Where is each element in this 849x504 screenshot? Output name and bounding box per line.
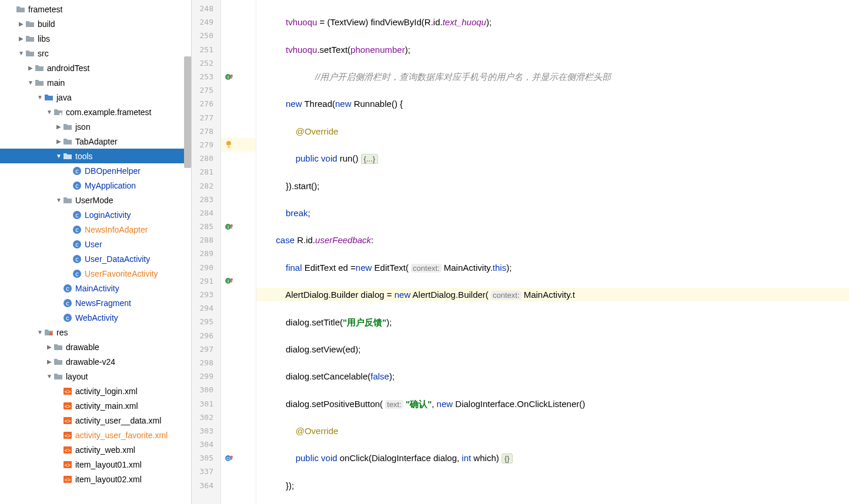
tree-drawable[interactable]: ▶drawable	[0, 340, 191, 354]
marker-column: I I I O	[221, 0, 256, 504]
line-num: 251	[192, 43, 220, 56]
tree-label: activity_main.xml	[75, 401, 138, 411]
tree-actuserfav[interactable]: <>activity_user_favorite.xml	[0, 428, 191, 442]
svg-text:<>: <>	[65, 477, 71, 483]
tree-java[interactable]: ▼java	[0, 90, 191, 105]
tree-label: com.example.frametest	[66, 107, 152, 117]
tree-label: activity_web.xml	[75, 445, 135, 455]
tree-root[interactable]: frametest	[0, 2, 191, 16]
tree-label: NewsFragment	[75, 298, 131, 308]
svg-text:c: c	[75, 256, 79, 263]
tree-main[interactable]: ▼main	[0, 75, 191, 90]
bulb-icon[interactable]	[225, 140, 233, 149]
tree-mainact[interactable]: cMainActivity	[0, 281, 191, 295]
tree-dbopen[interactable]: cDBOpenHelper	[0, 163, 191, 178]
code-editor[interactable]: 248 249 250 251 252 253 275 276 277 278 …	[192, 0, 849, 504]
tree-actweb[interactable]: <>activity_web.xml	[0, 442, 191, 457]
svg-text:I: I	[228, 224, 229, 230]
tree-drawable24[interactable]: ▶drawable-v24	[0, 354, 191, 369]
line-num: 294	[192, 301, 220, 315]
svg-text:O: O	[226, 456, 230, 461]
svg-text:c: c	[75, 167, 79, 174]
line-num: 295	[192, 315, 220, 328]
fold-region[interactable]: {...}	[361, 154, 379, 164]
svg-text:c: c	[75, 270, 79, 277]
tree-usermode[interactable]: ▼UserMode	[0, 193, 191, 207]
project-tree[interactable]: frametest ▶build ▶libs ▼src ▶androidTest…	[0, 0, 192, 504]
tree-myapp[interactable]: cMyApplication	[0, 178, 191, 193]
line-num: 300	[192, 383, 220, 397]
svg-text:<>: <>	[65, 462, 71, 468]
tree-newsfrag[interactable]: cNewsFragment	[0, 295, 191, 310]
line-num: 278	[192, 125, 220, 138]
line-num: 284	[192, 206, 220, 220]
fold-region[interactable]: {}	[502, 453, 513, 463]
line-num: 281	[192, 165, 220, 179]
svg-text:c: c	[66, 285, 69, 292]
line-num: 277	[192, 111, 220, 125]
tree-actmain[interactable]: <>activity_main.xml	[0, 398, 191, 413]
svg-rect-21	[49, 332, 52, 335]
line-num: 252	[192, 56, 220, 70]
line-num: 291	[192, 274, 220, 288]
svg-text:<>: <>	[65, 389, 71, 395]
tree-item1[interactable]: <>item_layout01.xml	[0, 457, 191, 472]
tree-newsinfo[interactable]: cNewsInfoAdapter	[0, 222, 191, 237]
comment: //用户开启侧滑栏时，查询数据库对应手机号的用户名，并显示在侧滑栏头部	[286, 72, 611, 82]
tree-label: DBOpenHelper	[85, 166, 141, 176]
tree-label: NewsInfoAdapter	[85, 225, 148, 234]
line-num: 250	[192, 29, 220, 42]
svg-text:<>: <>	[65, 404, 71, 409]
svg-text:<>: <>	[65, 418, 71, 424]
line-num: 364	[192, 479, 220, 492]
tree-pkg[interactable]: ▼com.example.frametest	[0, 105, 191, 119]
tree-scrollbar[interactable]	[184, 56, 191, 168]
tree-layout[interactable]: ▼layout	[0, 369, 191, 384]
line-num: 304	[192, 438, 220, 451]
tree-src[interactable]: ▼src	[0, 46, 191, 61]
tree-json[interactable]: ▶json	[0, 119, 191, 134]
line-num: 282	[192, 179, 220, 192]
tree-userdata[interactable]: cUser_DataActivity	[0, 251, 191, 266]
tree-androidtest[interactable]: ▶androidTest	[0, 61, 191, 75]
tree-label: main	[47, 78, 65, 88]
implement-marker-icon[interactable]: I	[225, 73, 233, 81]
tree-tabadapter[interactable]: ▶TabAdapter	[0, 134, 191, 149]
svg-text:c: c	[66, 314, 69, 321]
tree-label: LoginActivity	[85, 210, 131, 220]
tree-user[interactable]: cUser	[0, 237, 191, 251]
line-num: 253	[192, 70, 220, 83]
tree-webact[interactable]: cWebActivity	[0, 310, 191, 325]
tree-userfav[interactable]: cUserFavoriteActivity	[0, 266, 191, 281]
override-marker-icon[interactable]: O	[225, 454, 233, 462]
tree-label: MainActivity	[75, 284, 119, 293]
line-num: 288	[192, 233, 220, 247]
code-area[interactable]: tvhuoqu = (TextView) findViewById(R.id.t…	[256, 0, 849, 504]
svg-text:c: c	[75, 182, 79, 189]
line-num: 248	[192, 2, 220, 15]
line-num: 283	[192, 193, 220, 206]
line-num: 290	[192, 261, 220, 274]
tree-label: MyApplication	[85, 181, 136, 190]
tree-res[interactable]: ▼res	[0, 325, 191, 340]
tree-tools[interactable]: ▼tools	[0, 149, 191, 163]
implement-marker-icon[interactable]: I	[225, 277, 233, 285]
tree-label: tools	[75, 152, 93, 161]
tree-build[interactable]: ▶build	[0, 16, 191, 31]
tree-label: activity_login.xml	[75, 387, 138, 396]
tree-loginact[interactable]: cLoginActivity	[0, 207, 191, 222]
tree-label: item_layout01.xml	[75, 460, 142, 469]
tree-label: UserFavoriteActivity	[85, 269, 158, 278]
tree-libs[interactable]: ▶libs	[0, 31, 191, 46]
line-num: 275	[192, 83, 220, 97]
line-num: 276	[192, 97, 220, 110]
svg-text:c: c	[75, 241, 79, 248]
tree-label: drawable	[66, 342, 99, 352]
tree-label: libs	[38, 34, 50, 43]
line-num: 289	[192, 247, 220, 260]
line-num: 337	[192, 465, 220, 478]
tree-item2[interactable]: <>item_layout02.xml	[0, 472, 191, 486]
tree-actuserdata[interactable]: <>activity_user__data.xml	[0, 413, 191, 428]
tree-actlogin[interactable]: <>activity_login.xml	[0, 384, 191, 398]
implement-marker-icon[interactable]: I	[225, 223, 233, 231]
